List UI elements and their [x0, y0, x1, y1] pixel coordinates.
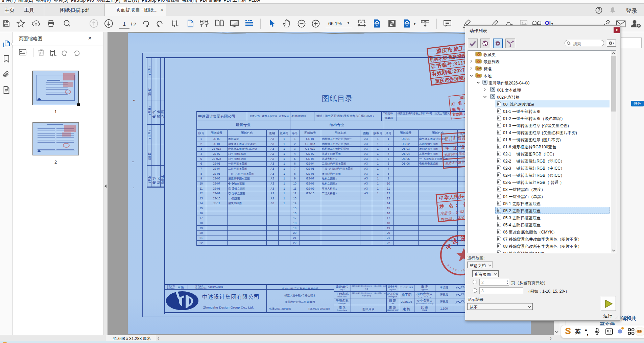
svg-text:中: 中 [445, 242, 453, 251]
svg-text:5: 5 [447, 264, 450, 266]
svg-text:3: 3 [452, 268, 454, 270]
svg-text:8: 8 [455, 269, 457, 271]
svg-text:2: 2 [458, 270, 460, 272]
svg-text:1: 1 [450, 266, 452, 268]
svg-text:9: 9 [461, 270, 462, 272]
